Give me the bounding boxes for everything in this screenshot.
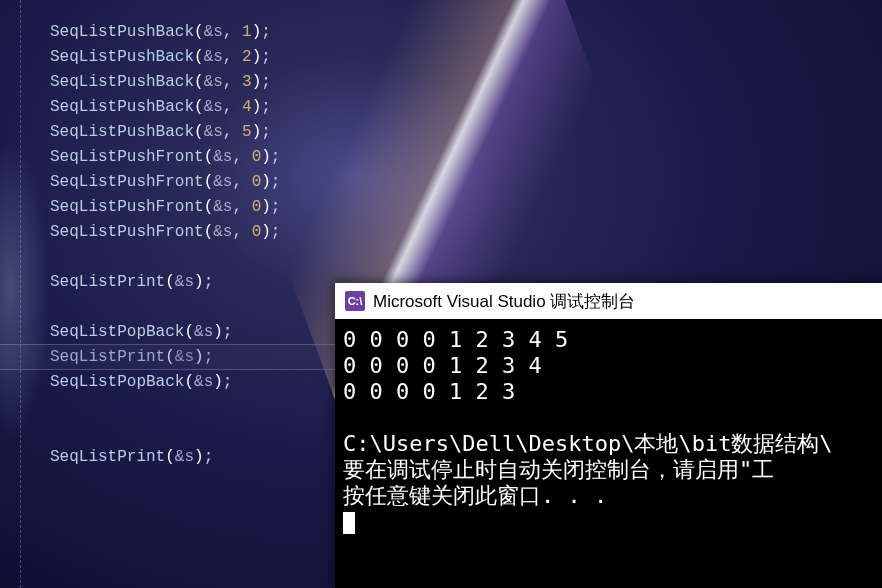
function-name: SeqListPushBack (50, 73, 194, 91)
comma: , (223, 98, 242, 116)
argument: &s (213, 148, 232, 166)
paren-open: ( (184, 323, 194, 341)
paren-open: ( (194, 48, 204, 66)
argument: &s (175, 273, 194, 291)
number-literal: 3 (242, 73, 252, 91)
code-line[interactable]: SeqListPushFront(&s, 0); (50, 220, 280, 245)
semicolon: ; (271, 198, 281, 216)
paren-close: ) (252, 23, 262, 41)
comma: , (232, 223, 251, 241)
comma: , (223, 73, 242, 91)
code-line[interactable] (50, 395, 280, 420)
paren-open: ( (165, 348, 175, 366)
paren-close: ) (261, 173, 271, 191)
paren-close: ) (252, 123, 262, 141)
semicolon: ; (261, 23, 271, 41)
code-line[interactable]: SeqListPushFront(&s, 0); (50, 145, 280, 170)
semicolon: ; (204, 448, 214, 466)
code-line[interactable]: SeqListPrint(&s); (50, 345, 280, 370)
argument: &s (204, 48, 223, 66)
comma: , (232, 148, 251, 166)
paren-open: ( (194, 23, 204, 41)
code-line[interactable] (50, 245, 280, 270)
console-title: Microsoft Visual Studio 调试控制台 (373, 290, 635, 313)
number-literal: 5 (242, 123, 252, 141)
function-name: SeqListPushBack (50, 98, 194, 116)
code-line[interactable] (50, 295, 280, 320)
paren-open: ( (204, 198, 214, 216)
semicolon: ; (204, 273, 214, 291)
code-line[interactable]: SeqListPrint(&s); (50, 445, 280, 470)
paren-close: ) (213, 323, 223, 341)
paren-close: ) (261, 223, 271, 241)
number-literal: 0 (252, 148, 262, 166)
function-name: SeqListPushBack (50, 123, 194, 141)
paren-open: ( (204, 223, 214, 241)
paren-open: ( (204, 148, 214, 166)
semicolon: ; (204, 348, 214, 366)
function-name: SeqListPrint (50, 348, 165, 366)
code-line[interactable]: SeqListPushBack(&s, 1); (50, 20, 280, 45)
code-line[interactable]: SeqListPopBack(&s); (50, 370, 280, 395)
comma: , (232, 173, 251, 191)
comma: , (223, 23, 242, 41)
semicolon: ; (271, 223, 281, 241)
function-name: SeqListPushFront (50, 223, 204, 241)
number-literal: 0 (252, 198, 262, 216)
debug-console-window: C:\ Microsoft Visual Studio 调试控制台 0 0 0 … (335, 283, 882, 588)
argument: &s (213, 198, 232, 216)
argument: &s (204, 73, 223, 91)
number-literal: 1 (242, 23, 252, 41)
paren-open: ( (165, 273, 175, 291)
code-editor[interactable]: SeqListPushBack(&s, 1);SeqListPushBack(&… (50, 20, 280, 470)
semicolon: ; (223, 323, 233, 341)
comma: , (223, 123, 242, 141)
argument: &s (175, 348, 194, 366)
semicolon: ; (271, 173, 281, 191)
number-literal: 4 (242, 98, 252, 116)
paren-close: ) (261, 198, 271, 216)
console-titlebar[interactable]: C:\ Microsoft Visual Studio 调试控制台 (335, 283, 882, 319)
number-literal: 0 (252, 173, 262, 191)
argument: &s (194, 323, 213, 341)
function-name: SeqListPushFront (50, 148, 204, 166)
paren-close: ) (194, 273, 204, 291)
code-line[interactable]: SeqListPushBack(&s, 2); (50, 45, 280, 70)
function-name: SeqListPrint (50, 273, 165, 291)
paren-open: ( (194, 98, 204, 116)
paren-open: ( (194, 123, 204, 141)
code-line[interactable]: SeqListPushBack(&s, 4); (50, 95, 280, 120)
argument: &s (194, 373, 213, 391)
comma: , (232, 198, 251, 216)
function-name: SeqListPushFront (50, 173, 204, 191)
argument: &s (213, 223, 232, 241)
console-cursor (343, 512, 355, 534)
code-line[interactable] (50, 420, 280, 445)
code-line[interactable]: SeqListPushBack(&s, 3); (50, 70, 280, 95)
number-literal: 2 (242, 48, 252, 66)
argument: &s (175, 448, 194, 466)
paren-close: ) (261, 148, 271, 166)
argument: &s (204, 98, 223, 116)
paren-open: ( (204, 173, 214, 191)
argument: &s (204, 23, 223, 41)
argument: &s (213, 173, 232, 191)
function-name: SeqListPrint (50, 448, 165, 466)
paren-close: ) (213, 373, 223, 391)
code-line[interactable]: SeqListPrint(&s); (50, 270, 280, 295)
function-name: SeqListPushFront (50, 198, 204, 216)
paren-close: ) (194, 348, 204, 366)
paren-close: ) (252, 98, 262, 116)
semicolon: ; (261, 48, 271, 66)
code-line[interactable]: SeqListPushFront(&s, 0); (50, 170, 280, 195)
editor-gutter (20, 0, 26, 588)
semicolon: ; (261, 98, 271, 116)
console-output[interactable]: 0 0 0 0 1 2 3 4 5 0 0 0 0 1 2 3 4 0 0 0 … (335, 319, 882, 543)
console-app-icon: C:\ (345, 291, 365, 311)
function-name: SeqListPushBack (50, 23, 194, 41)
code-line[interactable]: SeqListPushFront(&s, 0); (50, 195, 280, 220)
code-line[interactable]: SeqListPushBack(&s, 5); (50, 120, 280, 145)
argument: &s (204, 123, 223, 141)
semicolon: ; (261, 73, 271, 91)
code-line[interactable]: SeqListPopBack(&s); (50, 320, 280, 345)
